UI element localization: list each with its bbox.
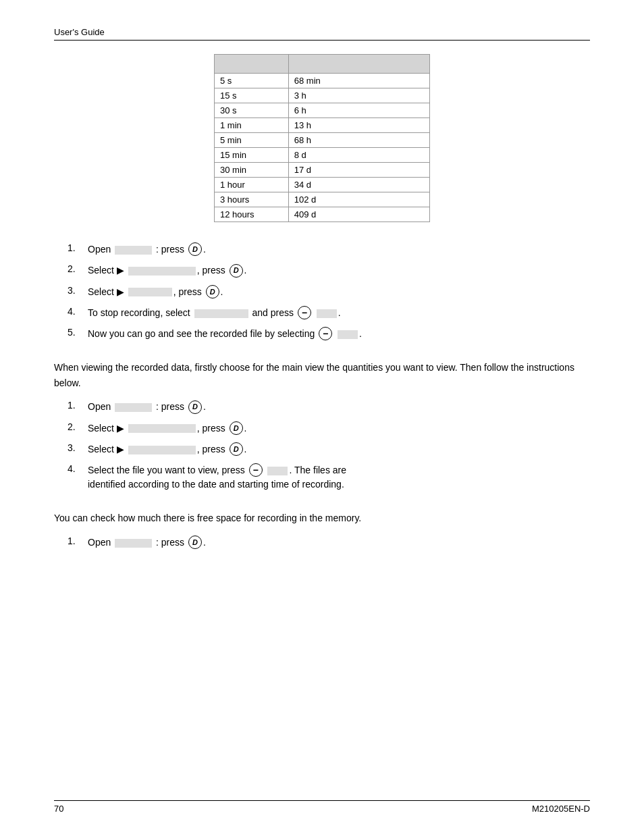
freespace-steps: 1. Open : press D.: [68, 536, 590, 550]
table-row: 1 hour34 d: [215, 178, 430, 192]
press-d-icon: D: [230, 421, 243, 435]
blank-select: [128, 267, 196, 276]
step-content: Select ▶ , press D.: [88, 421, 247, 436]
blank-mid: [267, 467, 288, 475]
table-cell: 30 min: [215, 163, 289, 178]
press-d-icon: D: [230, 442, 243, 456]
list-item: 1. Open : press D.: [68, 400, 590, 414]
table-row: 15 min8 d: [215, 148, 430, 163]
step-number: 2.: [68, 421, 88, 432]
blank-open: [115, 539, 152, 548]
table-cell: 12 hours: [215, 207, 289, 222]
blank-stop: [194, 309, 248, 318]
table-cell: 3 hours: [215, 192, 289, 207]
table-cell: 15 s: [215, 88, 289, 103]
step-number: 4.: [68, 306, 88, 317]
table-cell: 3 h: [288, 88, 429, 103]
header-title: User's Guide: [54, 27, 105, 37]
blank-open: [115, 246, 152, 255]
recording-table: 5 s68 min15 s3 h30 s6 h1 min13 h5 min68 …: [214, 54, 430, 222]
page-header: User's Guide: [54, 27, 590, 41]
list-item: 4. Select the file you want to view, pre…: [68, 463, 590, 492]
footer-doc-id: M210205EN-D: [532, 804, 590, 814]
table-cell: 68 min: [288, 74, 429, 88]
blank-after-press: [317, 309, 337, 318]
list-item: 2. Select ▶ , press D.: [68, 421, 590, 436]
step-content: To stop recording, select and press − .: [88, 306, 341, 320]
table-col2-header: [288, 55, 429, 74]
step-number: 1.: [68, 536, 88, 546]
list-item: 4. To stop recording, select and press −…: [68, 306, 590, 320]
table-cell: 6 h: [288, 103, 429, 118]
table-row: 12 hours409 d: [215, 207, 430, 222]
section-freespace: You can check how much there is free spa…: [54, 511, 590, 550]
press-d-icon: D: [188, 536, 202, 549]
step-number: 4.: [68, 463, 88, 474]
list-item: 1. Open : press D.: [68, 242, 590, 257]
table-cell: 409 d: [288, 207, 429, 222]
press-minus-icon: −: [249, 463, 263, 477]
step-content: Select the file you want to view, press …: [88, 463, 346, 492]
recording-steps: 1. Open : press D. 2. Select ▶ , press D…: [68, 242, 590, 341]
table-cell: 30 s: [215, 103, 289, 118]
section-intro: You can check how much there is free spa…: [54, 511, 590, 525]
table-col1-header: [215, 55, 289, 74]
press-d-icon: D: [188, 400, 202, 414]
step-content: Open : press D.: [88, 242, 206, 257]
table-cell: 34 d: [288, 178, 429, 192]
data-table-container: 5 s68 min15 s3 h30 s6 h1 min13 h5 min68 …: [214, 54, 430, 222]
step-content: Select ▶ , press D.: [88, 263, 247, 278]
blank-open: [115, 403, 152, 412]
step-number: 3.: [68, 285, 88, 296]
section-recording: 1. Open : press D. 2. Select ▶ , press D…: [54, 242, 590, 341]
table-cell: 5 s: [215, 74, 289, 88]
list-item: 1. Open : press D.: [68, 536, 590, 550]
table-row: 3 hours102 d: [215, 192, 430, 207]
step-content: Select ▶ , press D.: [88, 285, 223, 299]
press-d-icon: D: [188, 242, 202, 256]
footer-page-number: 70: [54, 804, 63, 814]
list-item: 3. Select ▶ , press D.: [68, 442, 590, 457]
press-minus-icon: −: [298, 306, 311, 319]
list-item: 2. Select ▶ , press D.: [68, 263, 590, 278]
table-cell: 5 min: [215, 133, 289, 148]
blank-select: [128, 424, 196, 433]
step-content: Select ▶ , press D.: [88, 442, 247, 457]
blank-end: [338, 330, 358, 339]
step-number: 2.: [68, 263, 88, 274]
step-content: Now you can go and see the recorded file…: [88, 327, 362, 341]
list-item: 3. Select ▶ , press D.: [68, 285, 590, 299]
table-row: 30 min17 d: [215, 163, 430, 178]
table-row: 5 s68 min: [215, 74, 430, 88]
table-row: 30 s6 h: [215, 103, 430, 118]
step-number: 1.: [68, 242, 88, 253]
step-content: Open : press D.: [88, 400, 206, 414]
step-content: Open : press D.: [88, 536, 206, 550]
table-cell: 8 d: [288, 148, 429, 163]
table-cell: 1 min: [215, 118, 289, 133]
table-cell: 15 min: [215, 148, 289, 163]
step-number: 3.: [68, 442, 88, 453]
table-cell: 1 hour: [215, 178, 289, 192]
blank-select: [128, 446, 196, 454]
blank-select: [128, 288, 172, 296]
step-number: 5.: [68, 327, 88, 338]
press-d-icon: D: [230, 264, 243, 278]
press-minus-icon: −: [319, 327, 332, 340]
table-row: 15 s3 h: [215, 88, 430, 103]
table-cell: 68 h: [288, 133, 429, 148]
table-row: 1 min13 h: [215, 118, 430, 133]
table-cell: 13 h: [288, 118, 429, 133]
page-footer: 70 M210205EN-D: [54, 800, 590, 814]
section-viewing: When viewing the recorded data, firstly …: [54, 360, 590, 492]
viewing-steps: 1. Open : press D. 2. Select ▶ , press D…: [68, 400, 590, 492]
section-intro: When viewing the recorded data, firstly …: [54, 360, 590, 390]
list-item: 5. Now you can go and see the recorded f…: [68, 327, 590, 341]
table-cell: 17 d: [288, 163, 429, 178]
table-cell: 102 d: [288, 192, 429, 207]
press-d-icon: D: [206, 285, 219, 298]
step-number: 1.: [68, 400, 88, 411]
table-row: 5 min68 h: [215, 133, 430, 148]
